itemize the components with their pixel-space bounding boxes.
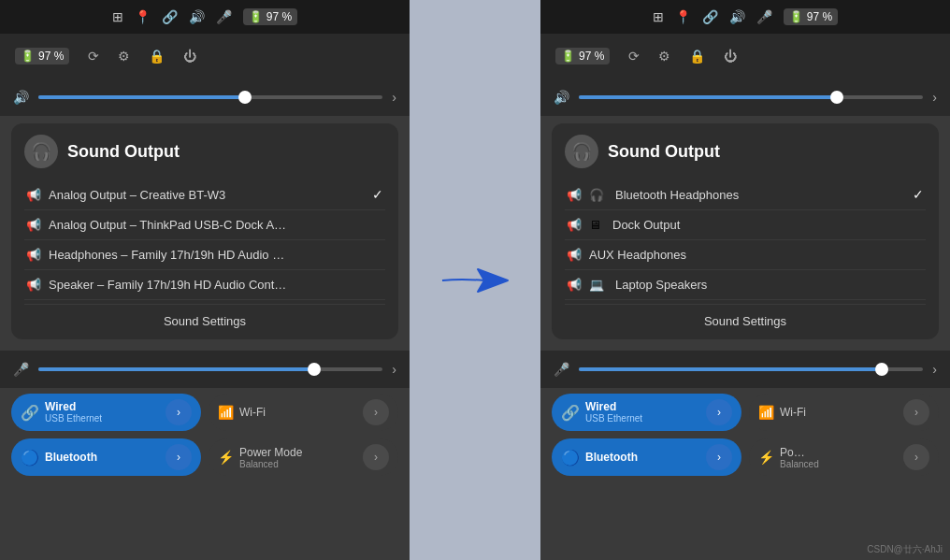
grid-icon-right[interactable]: ⊞ (653, 9, 664, 24)
mic-chevron-left[interactable]: › (392, 362, 396, 377)
power-chevron-icon-right: › (914, 451, 918, 464)
sound-settings-right[interactable]: Sound Settings (565, 304, 926, 336)
bluetooth-btn-left[interactable]: 🔵 Bluetooth › (11, 438, 201, 476)
power-mode-chevron-right[interactable]: › (903, 444, 929, 470)
power-mode-chevron-left[interactable]: › (363, 444, 389, 470)
arrow-container (410, 0, 540, 560)
mic-row-left: 🎤 › (0, 351, 410, 388)
screen-rotate-icon-right[interactable]: ⟳ (628, 49, 640, 64)
sound-card-title-left: 🎧 Sound Output (24, 135, 385, 168)
sound-item-0-left[interactable]: 📢 Analog Output – Creative BT-W3 ✓ (24, 179, 385, 210)
volume-slider-right[interactable] (579, 95, 923, 99)
top-bar-right: ⊞ 📍 🔗 🔊 🎤 🔋 97 % (540, 0, 950, 34)
mic-row-right: 🎤 › (540, 351, 950, 388)
sound-item-2-right[interactable]: 📢 AUX Headphones (565, 240, 926, 270)
system-row-left: 🔋 97 % ⟳ ⚙ 🔒 ⏻ (0, 34, 410, 79)
wifi-btn-left[interactable]: 📶 Wi-Fi › (209, 394, 398, 431)
sound-item-1-left[interactable]: 📢 Analog Output – ThinkPad USB-C Dock A… (24, 210, 385, 240)
mic-thumb-right[interactable] (875, 363, 888, 376)
power-mode-btn-right[interactable]: ⚡ Po… Balanced › (749, 438, 939, 476)
wired-chevron-btn-left[interactable]: › (166, 399, 192, 425)
wifi-chevron-left[interactable]: › (363, 399, 389, 425)
volume-fill-left (38, 95, 245, 99)
wifi-chevron-icon-right: › (914, 406, 918, 419)
grid-icon[interactable]: ⊞ (112, 9, 123, 24)
wired-text-left: Wired USB Ethernet (45, 400, 102, 424)
sound-title-left: Sound Output (67, 142, 180, 162)
battery-sys-right: 🔋 97 % (555, 48, 610, 65)
volume-fill-right (579, 95, 837, 99)
mic-thumb-left[interactable] (308, 363, 321, 376)
sound-item-2-left[interactable]: 📢 Headphones – Family 17h/19h HD Audio … (24, 240, 385, 270)
device-icon-0-right: 🎧 (589, 188, 604, 202)
wired-title-right: Wired (585, 400, 642, 413)
top-bar-left: ⊞ 📍 🔗 🔊 🎤 🔋 97 % (0, 0, 410, 34)
volume-chevron-left[interactable]: › (392, 90, 396, 105)
battery-sys-icon-right: 🔋 (561, 50, 575, 63)
sound-item-icon-0-left: 📢 (26, 188, 41, 202)
sound-item-label-1-right: Dock Output (612, 218, 924, 232)
sound-item-1-right[interactable]: 📢 🖥 Dock Output (565, 210, 926, 240)
mic-slider-left[interactable] (38, 367, 382, 371)
wifi-btn-right[interactable]: 📶 Wi-Fi › (749, 394, 939, 431)
settings-icon-right[interactable]: ⚙ (658, 49, 670, 64)
wired-chevron-btn-right[interactable]: › (706, 399, 732, 425)
sound-item-0-right[interactable]: 📢 🎧 Bluetooth Headphones ✓ (565, 179, 926, 210)
battery-icon-top-right: 🔋 (789, 10, 803, 23)
wired-icon-right: 🔗 (561, 404, 580, 422)
volume-slider-left[interactable] (38, 95, 382, 99)
bluetooth-text-left: Bluetooth (45, 451, 97, 464)
sound-item-icon-0-right: 📢 (567, 188, 582, 202)
battery-sys-label-right: 97 % (579, 50, 604, 63)
sound-item-icon-2-left: 📢 (26, 248, 41, 262)
bluetooth-btn-right[interactable]: 🔵 Bluetooth › (552, 438, 741, 476)
watermark: CSDN@廿六·AhJi (867, 543, 943, 556)
sound-item-label-2-left: Headphones – Family 17h/19h HD Audio … (49, 248, 383, 262)
power-chevron-icon-left: › (374, 451, 378, 464)
bluetooth-chevron-btn-right[interactable]: › (706, 444, 732, 470)
headphone-icon-right: 🎧 (565, 135, 598, 168)
battery-sys-icon-left: 🔋 (21, 50, 35, 63)
volume-chevron-right[interactable]: › (932, 90, 937, 105)
wifi-chevron-icon-left: › (374, 406, 378, 419)
arrow-icon (433, 252, 517, 309)
mic-icon-left: 🎤 (13, 362, 29, 377)
wired-chevron-icon-left: › (177, 406, 180, 419)
network-icon: 🔗 (162, 9, 178, 24)
left-panel: ⊞ 📍 🔗 🔊 🎤 🔋 97 % 🔋 97 % ⟳ ⚙ 🔒 ⏻ 🔊 › 🎧 (0, 0, 410, 560)
lock-icon-right[interactable]: 🔒 (689, 49, 705, 64)
mic-icon-top-right: 🎤 (756, 9, 772, 24)
wired-btn-right[interactable]: 🔗 Wired USB Ethernet › (552, 394, 741, 431)
volume-thumb-left[interactable] (238, 91, 252, 104)
power-mode-label-left: Power Mode (239, 446, 302, 459)
wired-btn-left[interactable]: 🔗 Wired USB Ethernet › (11, 394, 201, 431)
sound-item-label-3-right: Laptop Speakers (615, 278, 924, 292)
headphone-icon-left: 🎧 (24, 135, 58, 168)
wired-subtitle-left: USB Ethernet (45, 413, 102, 424)
system-row-right: 🔋 97 % ⟳ ⚙ 🔒 ⏻ (540, 34, 950, 79)
sound-item-icon-3-left: 📢 (26, 278, 41, 292)
sound-card-left: 🎧 Sound Output 📢 Analog Output – Creativ… (11, 123, 398, 339)
sound-item-3-left[interactable]: 📢 Speaker – Family 17h/19h HD Audio Cont… (24, 270, 385, 300)
mic-slider-right[interactable] (579, 367, 923, 371)
power-icon-right[interactable]: ⏻ (724, 49, 737, 64)
wifi-icon-right: 📶 (758, 405, 774, 420)
settings-icon-left[interactable]: ⚙ (118, 49, 130, 64)
power-mode-icon-right: ⚡ (758, 450, 774, 465)
sound-item-label-1-left: Analog Output – ThinkPad USB-C Dock A… (49, 218, 383, 232)
power-icon-left[interactable]: ⏻ (183, 49, 196, 64)
sound-settings-left[interactable]: Sound Settings (24, 304, 385, 336)
battery-sys-label-left: 97 % (38, 50, 64, 63)
volume-thumb-right[interactable] (830, 91, 843, 104)
mic-chevron-right[interactable]: › (932, 362, 937, 377)
bluetooth-icon-right: 🔵 (561, 449, 580, 467)
power-mode-btn-left[interactable]: ⚡ Power Mode Balanced › (209, 438, 398, 476)
screen-rotate-icon-left[interactable]: ⟳ (88, 49, 99, 64)
lock-icon-left[interactable]: 🔒 (149, 49, 165, 64)
power-mode-label-right: Po… (780, 446, 819, 459)
sound-item-icon-2-right: 📢 (567, 248, 582, 262)
bluetooth-icon-left: 🔵 (21, 449, 39, 467)
wifi-chevron-right[interactable]: › (903, 399, 929, 425)
bluetooth-chevron-btn-left[interactable]: › (166, 444, 192, 470)
sound-item-3-right[interactable]: 📢 💻 Laptop Speakers (565, 270, 926, 300)
